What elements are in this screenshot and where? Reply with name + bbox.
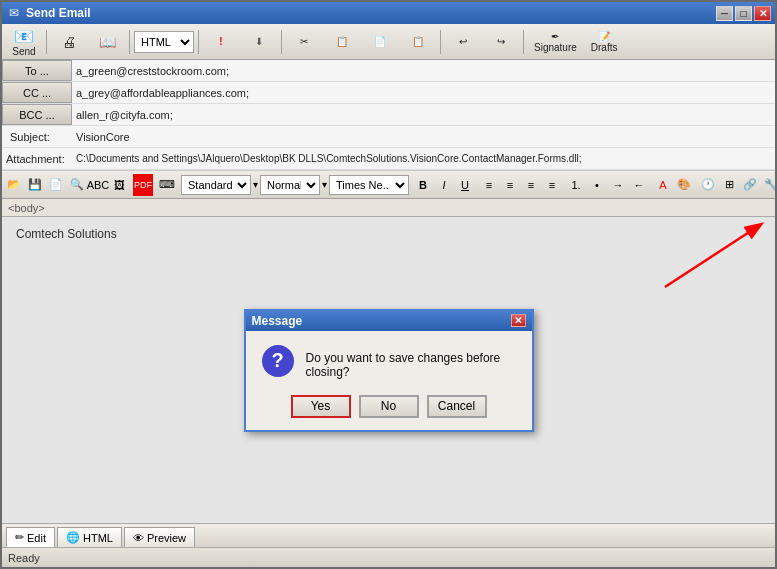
align-justify-button[interactable]: ≡ xyxy=(542,174,562,196)
clock-button[interactable]: 🕐 xyxy=(698,174,718,196)
status-bar: Ready xyxy=(2,547,775,567)
dialog-title-bar: Message ✕ xyxy=(246,311,532,331)
tools-button[interactable]: 🔧 xyxy=(761,174,775,196)
toolbar-separator-4 xyxy=(281,30,282,54)
redo-icon: ↪ xyxy=(497,36,505,47)
redo-button[interactable]: ↪ xyxy=(483,27,519,57)
indent-out-button[interactable]: ← xyxy=(629,174,649,196)
table-button[interactable]: ⊞ xyxy=(719,174,739,196)
dialog-message-text: Do you want to save changes before closi… xyxy=(306,345,516,379)
toolbar-separator-1 xyxy=(46,30,47,54)
underline-button[interactable]: U xyxy=(455,174,475,196)
edit-tab-label: Edit xyxy=(27,532,46,544)
maximize-button[interactable]: □ xyxy=(735,6,752,21)
paste-icon: 📄 xyxy=(374,36,386,47)
addressbook-button[interactable]: 📖 xyxy=(89,27,125,57)
to-button[interactable]: To ... xyxy=(2,60,72,81)
undo-button[interactable]: ↩ xyxy=(445,27,481,57)
format-toolbar-1: 📂 💾 📄 🔍 ABC 🖼 PDF ⌨ Standard ▾ Normal ▾ … xyxy=(2,171,775,199)
html-tab-icon: 🌐 xyxy=(66,531,80,544)
align-center-button[interactable]: ≡ xyxy=(500,174,520,196)
source-bar: <body> xyxy=(2,199,775,217)
paste-button[interactable]: 📄 xyxy=(362,27,398,57)
book-icon: 📖 xyxy=(99,34,116,50)
dialog-close-button[interactable]: ✕ xyxy=(511,314,526,327)
save-button[interactable]: 💾 xyxy=(25,174,45,196)
dialog-cancel-button[interactable]: Cancel xyxy=(427,395,487,418)
priority-low-button[interactable]: ⬇ xyxy=(241,27,277,57)
align-left-button[interactable]: ≡ xyxy=(479,174,499,196)
undo-icon: ↩ xyxy=(459,36,467,47)
pdf-button[interactable]: PDF xyxy=(133,174,153,196)
source-bar-text: <body> xyxy=(8,202,45,214)
list-ul-button[interactable]: • xyxy=(587,174,607,196)
close-button[interactable]: ✕ xyxy=(754,6,771,21)
format-dropdown[interactable]: HTML Plain Text xyxy=(134,31,194,53)
align-right-button[interactable]: ≡ xyxy=(521,174,541,196)
email-fields: To ... a_green@creststockroom.com; CC ..… xyxy=(2,60,775,171)
drafts-button[interactable]: 📝 Drafts xyxy=(585,27,624,57)
subject-label: Subject: xyxy=(2,131,72,143)
toolbar-separator-2 xyxy=(129,30,130,54)
dialog-yes-button[interactable]: Yes xyxy=(291,395,351,418)
subject-row: Subject: VisionCore xyxy=(2,126,775,148)
dialog-title-text: Message xyxy=(252,314,303,328)
attachment-value: C:\Documents and Settings\JAlquero\Deskt… xyxy=(72,151,775,166)
spellcheck-button[interactable]: ABC xyxy=(88,174,108,196)
title-bar: ✉ Send Email ─ □ ✕ xyxy=(2,2,775,24)
indent-in-button[interactable]: → xyxy=(608,174,628,196)
edit-tab[interactable]: ✏ Edit xyxy=(6,527,55,547)
font-select[interactable]: Times Ne... xyxy=(329,175,409,195)
html-tab[interactable]: 🌐 HTML xyxy=(57,527,122,547)
cc-value: a_grey@affordableappliances.com; xyxy=(72,85,775,101)
cc-button[interactable]: CC ... xyxy=(2,82,72,103)
more-button[interactable]: 🎨 xyxy=(674,174,694,196)
italic-button[interactable]: I xyxy=(434,174,454,196)
drafts-label: Drafts xyxy=(591,42,618,53)
cut-button[interactable]: ✂ xyxy=(286,27,322,57)
fontcolor-button[interactable]: A xyxy=(653,174,673,196)
source-button[interactable]: ⌨ xyxy=(157,174,177,196)
send-icon: 📧 xyxy=(14,27,34,46)
arrow-down-icon: ⬇ xyxy=(255,36,263,47)
attachment-label: Attachment: xyxy=(2,153,72,165)
toolbar-separator-3 xyxy=(198,30,199,54)
print-icon: 🖨 xyxy=(62,34,76,50)
minimize-button[interactable]: ─ xyxy=(716,6,733,21)
edit-tab-icon: ✏ xyxy=(15,531,24,544)
preview-tab-icon: 👁 xyxy=(133,532,144,544)
dialog-no-button[interactable]: No xyxy=(359,395,419,418)
signature-button[interactable]: ✒ Signature xyxy=(528,27,583,57)
bold-button[interactable]: B xyxy=(413,174,433,196)
toolbar-separator-5 xyxy=(440,30,441,54)
bottom-tabs: ✏ Edit 🌐 HTML 👁 Preview xyxy=(2,523,775,547)
newfile-button[interactable]: 📄 xyxy=(46,174,66,196)
bcc-row: BCC ... allen_r@cityfa.com; xyxy=(2,104,775,126)
copy-icon: 📋 xyxy=(336,36,348,47)
style-dropdown-arrow: ▾ xyxy=(252,179,259,190)
html-tab-label: HTML xyxy=(83,532,113,544)
to-row: To ... a_green@creststockroom.com; xyxy=(2,60,775,82)
main-toolbar: 📧 Send 🖨 📖 HTML Plain Text ! ⬇ ✂ 📋 📄 📋 ↩… xyxy=(2,24,775,60)
paste2-button[interactable]: 📋 xyxy=(400,27,436,57)
img-button[interactable]: 🖼 xyxy=(109,174,129,196)
preview-tab[interactable]: 👁 Preview xyxy=(124,527,195,547)
find-button[interactable]: 🔍 xyxy=(67,174,87,196)
print-button[interactable]: 🖨 xyxy=(51,27,87,57)
priority-high-button[interactable]: ! xyxy=(203,27,239,57)
style-select[interactable]: Standard xyxy=(181,175,251,195)
clipboard-icon: 📋 xyxy=(412,36,424,47)
link-button[interactable]: 🔗 xyxy=(740,174,760,196)
toolbar-separator-6 xyxy=(523,30,524,54)
bcc-value: allen_r@cityfa.com; xyxy=(72,107,775,123)
list-ol-button[interactable]: 1. xyxy=(566,174,586,196)
signature-label: Signature xyxy=(534,42,577,53)
send-button[interactable]: 📧 Send xyxy=(6,27,42,57)
open-button[interactable]: 📂 xyxy=(4,174,24,196)
status-text: Ready xyxy=(8,552,40,564)
dialog-buttons: Yes No Cancel xyxy=(246,389,532,430)
copy-button[interactable]: 📋 xyxy=(324,27,360,57)
size-select[interactable]: Normal xyxy=(260,175,320,195)
bcc-button[interactable]: BCC ... xyxy=(2,104,72,125)
drafts-icon: 📝 xyxy=(598,31,610,42)
